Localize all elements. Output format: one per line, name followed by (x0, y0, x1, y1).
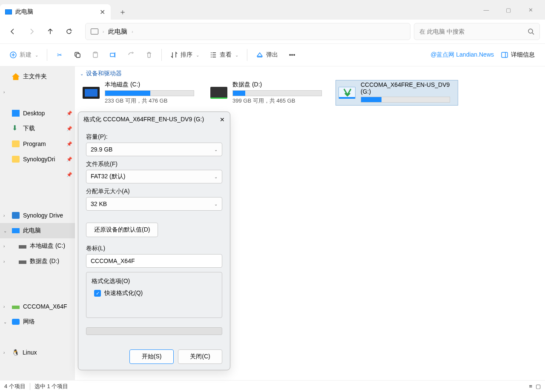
watermark: @蓝点网 Landian.News (430, 51, 494, 59)
chevron-down-icon: ⌄ (3, 320, 7, 324)
more-button[interactable]: ••• (284, 47, 300, 63)
sidebar-item-synology[interactable]: SynologyDri📌 (0, 152, 75, 167)
svg-rect-7 (502, 52, 508, 57)
dialog-close-button[interactable]: ✕ (220, 116, 225, 123)
view-button[interactable]: 查看 ⌄ (205, 47, 243, 63)
sort-button[interactable]: 排序 ⌄ (166, 47, 204, 63)
network-icon (12, 319, 20, 325)
start-button[interactable]: 开始(S) (129, 349, 174, 364)
new-button[interactable]: 新建 ⌄ (5, 47, 43, 63)
filesystem-select[interactable]: FAT32 (默认) ⌄ (86, 170, 222, 183)
chevron-right-icon: › (3, 259, 5, 264)
folder-icon (12, 156, 20, 163)
pc-icon (12, 228, 20, 233)
drive-d[interactable]: 数据盘 (D:) 399 GB 可用，共 465 GB (208, 80, 330, 106)
copy-button[interactable] (69, 47, 86, 63)
home-icon (12, 73, 20, 80)
format-dialog: 格式化 CCCOMA_X64FRE_EN-US_DV9 (G:) ✕ 容量(P)… (78, 112, 230, 370)
sidebar-item-drive-d[interactable]: ›数据盘 (D:) (0, 254, 75, 269)
capacity-bar (232, 90, 322, 96)
window-controls: — ▢ ✕ (480, 7, 545, 13)
chevron-down-icon: ⌄ (80, 72, 83, 76)
folder-icon (12, 212, 20, 219)
copy-icon (74, 51, 81, 59)
pin-icon: 📌 (66, 172, 72, 177)
usb-icon (12, 306, 20, 309)
usb-drive-icon (338, 87, 356, 99)
pin-icon: 📌 (66, 157, 72, 162)
format-options-group: 格式化选项(O) ✓ 快速格式化(Q) (86, 272, 222, 318)
sidebar-item-program[interactable]: Program📌 (0, 136, 75, 152)
rename-button[interactable] (105, 47, 121, 63)
capacity-bar (105, 90, 194, 96)
ellipsis-icon: ••• (288, 51, 296, 59)
rename-icon (109, 51, 117, 59)
chevron-down-icon: ⌄ (214, 175, 218, 179)
sidebar-item-linux[interactable]: ›🐧Linux (0, 345, 75, 360)
search-box[interactable] (414, 23, 540, 40)
plus-circle-icon (9, 51, 17, 59)
drive-c[interactable]: 本地磁盘 (C:) 233 GB 可用，共 476 GB (80, 80, 203, 106)
pin-icon: 📌 (66, 126, 72, 132)
drive-icon (83, 87, 100, 99)
sidebar-item-network[interactable]: ⌄网络 (0, 314, 75, 329)
format-options-label: 格式化选项(O) (92, 278, 217, 285)
sidebar-item-downloads[interactable]: ⬇下载📌 (0, 121, 75, 136)
search-input[interactable] (419, 28, 528, 35)
sidebar-item-blank[interactable]: › (0, 84, 75, 100)
sidebar-item-drive-g[interactable]: ›CCCOMA_X64F (0, 299, 75, 314)
divider (247, 49, 247, 61)
new-tab-button[interactable]: ＋ (116, 7, 129, 17)
sidebar-item-synology-drive[interactable]: ›Synology Drive (0, 208, 75, 223)
delete-button[interactable] (141, 47, 157, 63)
panel-icon (501, 51, 508, 59)
breadcrumb-location[interactable]: 此电脑 (108, 28, 127, 36)
allocation-label: 分配单元大小(A) (86, 188, 222, 195)
capacity-select[interactable]: 29.9 GB ⌄ (86, 143, 222, 156)
close-window-button[interactable]: ✕ (525, 7, 536, 13)
share-button[interactable] (123, 47, 139, 63)
chevron-down-icon: ⌄ (235, 53, 238, 57)
close-button[interactable]: 关闭(C) (178, 349, 222, 364)
sidebar-item-drive-c[interactable]: ›本地磁盘 (C:) (0, 238, 75, 254)
section-header-devices[interactable]: ⌄ 设备和驱动器 (80, 70, 540, 77)
divider (47, 49, 47, 61)
selected-count: 选中 1 个项目 (34, 383, 68, 390)
filesystem-label: 文件系统(F) (86, 160, 222, 168)
address-bar[interactable]: › 此电脑 › (85, 23, 410, 40)
search-icon[interactable] (528, 28, 534, 35)
sidebar-item-desktop[interactable]: Desktop📌 (0, 106, 75, 121)
up-button[interactable] (43, 24, 58, 39)
sidebar-item-home[interactable]: 主文件夹 (0, 69, 75, 84)
back-button[interactable] (5, 24, 20, 39)
quick-format-checkbox[interactable]: ✓ 快速格式化(Q) (92, 289, 217, 297)
drive-g[interactable]: CCCOMA_X64FRE_EN-US_DV9 (G:) (336, 80, 458, 106)
eject-button[interactable]: 弹出 (252, 47, 282, 63)
details-pane-button[interactable]: 详细信息 (496, 51, 540, 59)
list-view-button[interactable]: ≡ (529, 383, 532, 389)
linux-icon: 🐧 (12, 349, 19, 356)
sort-icon (170, 51, 178, 59)
window-tab[interactable]: 此电脑 ✕ (0, 4, 111, 20)
close-tab-button[interactable]: ✕ (99, 8, 106, 16)
dialog-titlebar[interactable]: 格式化 CCCOMA_X64FRE_EN-US_DV9 (G:) ✕ (78, 112, 230, 127)
breadcrumb-separator: › (103, 29, 104, 34)
trash-icon (145, 51, 153, 59)
minimize-button[interactable]: — (480, 7, 492, 13)
cut-button[interactable]: ✂ (52, 47, 68, 63)
volume-label-input[interactable] (86, 254, 222, 268)
allocation-select[interactable]: 32 KB ⌄ (86, 197, 222, 211)
desktop-icon (12, 110, 20, 117)
forward-button[interactable] (24, 24, 39, 39)
refresh-button[interactable] (61, 24, 77, 39)
sidebar-item-this-pc[interactable]: ⌄此电脑 (0, 223, 75, 238)
chevron-down-icon: ⌄ (214, 202, 218, 206)
svg-rect-6 (110, 53, 115, 57)
paste-button[interactable] (87, 47, 103, 63)
grid-view-button[interactable]: ▢ (536, 383, 541, 389)
chevron-down-icon: ⌄ (3, 229, 7, 233)
maximize-button[interactable]: ▢ (502, 7, 514, 13)
chevron-right-icon: › (3, 244, 5, 249)
restore-defaults-button[interactable]: 还原设备的默认值(D) (86, 223, 158, 237)
sidebar-item-pinned[interactable]: 📌 (0, 167, 75, 182)
